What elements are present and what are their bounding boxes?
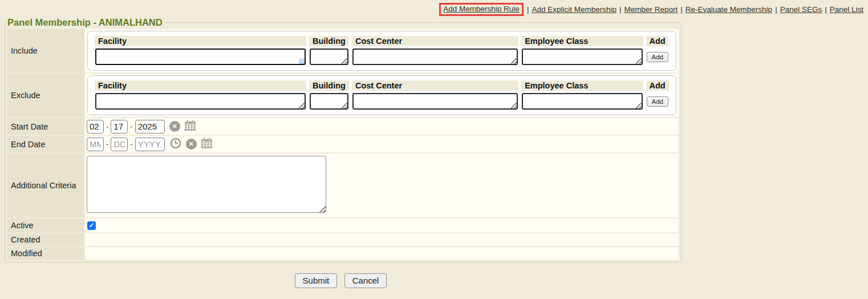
nav-separator: |	[825, 5, 827, 14]
active-checkbox[interactable]: ✓	[87, 221, 96, 230]
include-employee-class-input[interactable]	[522, 49, 642, 65]
exclude-employee-class-input[interactable]	[522, 93, 642, 110]
include-input-row: Add	[95, 48, 669, 66]
exclude-rule-box: Facility Building Cost Center Employee C…	[87, 75, 676, 115]
nav-separator: |	[775, 5, 777, 14]
nav-highlight-box: Add Membership Rule	[439, 3, 524, 16]
nav-separator: |	[680, 5, 683, 14]
active-row: Active ✓	[7, 219, 679, 232]
nav-link-member-report[interactable]: Member Report	[624, 5, 678, 14]
nav-separator: |	[527, 5, 529, 14]
include-rule-box: Facility Building Cost Center Employee C…	[87, 31, 676, 71]
start-date-label: Start Date	[7, 118, 84, 135]
building-column-header: Building	[309, 80, 349, 91]
created-row: Created	[7, 233, 679, 246]
employee-class-column-header: Employee Class	[521, 80, 643, 91]
top-nav: Add Membership Rule | Add Explicit Membe…	[0, 0, 868, 17]
end-date-year-input[interactable]	[135, 138, 165, 151]
exclude-label: Exclude	[7, 74, 84, 117]
start-date-clear-icon[interactable]: ✕	[169, 121, 180, 132]
include-label: Include	[7, 29, 84, 72]
include-row: Include Facility Building Cost Center Em…	[7, 29, 679, 72]
modified-value	[85, 247, 679, 260]
end-date-clear-icon[interactable]: ✕	[186, 139, 197, 150]
additional-criteria-row: Additional Criteria	[7, 153, 679, 217]
end-date-label: End Date	[7, 136, 84, 152]
end-date-clock-icon[interactable]	[170, 138, 181, 151]
modified-label: Modified	[7, 247, 84, 260]
active-label: Active	[7, 219, 84, 232]
modified-row: Modified	[7, 247, 679, 260]
submit-button[interactable]: Submit	[295, 273, 338, 288]
panel-membership-fieldset: Panel Membership - ANIMALHAND Include Fa…	[5, 17, 682, 262]
date-dash: -	[130, 140, 132, 148]
created-value	[85, 233, 679, 246]
cancel-button[interactable]: Cancel	[344, 273, 387, 288]
date-dash: -	[106, 122, 108, 131]
exclude-header-row: Facility Building Cost Center Employee C…	[95, 80, 669, 91]
end-date-month-input[interactable]	[87, 138, 104, 151]
facility-column-header: Facility	[95, 36, 306, 46]
employee-class-column-header: Employee Class	[521, 36, 643, 46]
created-label: Created	[7, 233, 84, 246]
include-facility-input[interactable]	[95, 49, 306, 65]
end-date-row: End Date - - ✕	[7, 136, 679, 152]
nav-link-add-membership-rule[interactable]: Add Membership Rule	[443, 5, 520, 13]
add-column-header: Add	[646, 36, 669, 46]
include-building-input[interactable]	[310, 49, 348, 65]
page-title: Panel Membership - ANIMALHAND	[6, 17, 165, 28]
cost-center-column-header: Cost Center	[352, 80, 518, 91]
exclude-row: Exclude Facility Building Cost Center Em…	[7, 74, 679, 117]
start-date-month-input[interactable]	[87, 120, 104, 134]
include-cost-center-input[interactable]	[352, 49, 518, 65]
start-date-day-input[interactable]	[111, 120, 128, 134]
cost-center-column-header: Cost Center	[352, 36, 518, 46]
additional-criteria-textarea[interactable]	[87, 156, 326, 213]
facility-column-header: Facility	[95, 80, 306, 91]
exclude-input-row: Add	[95, 92, 669, 110]
exclude-building-input[interactable]	[310, 93, 348, 110]
exclude-add-button[interactable]: Add	[647, 96, 668, 107]
nav-link-panel-segs[interactable]: Panel SEGs	[780, 5, 822, 14]
nav-link-panel-list[interactable]: Panel List	[830, 5, 863, 14]
building-column-header: Building	[309, 36, 349, 46]
exclude-cost-center-input[interactable]	[352, 93, 518, 110]
nav-link-add-explicit-membership[interactable]: Add Explicit Membership	[532, 5, 616, 14]
end-date-calendar-icon[interactable]	[201, 137, 213, 151]
nav-link-re-evaluate-membership[interactable]: Re-Evaluate Membership	[686, 5, 772, 14]
start-date-year-input[interactable]	[135, 120, 165, 134]
start-date-row: Start Date - - ✕	[7, 118, 679, 135]
date-dash: -	[106, 140, 108, 148]
nav-separator: |	[619, 5, 622, 14]
additional-criteria-label: Additional Criteria	[7, 153, 84, 217]
date-dash: -	[130, 122, 132, 131]
exclude-facility-input[interactable]	[95, 93, 306, 110]
add-column-header: Add	[646, 80, 669, 91]
form-actions: Submit Cancel	[0, 273, 682, 288]
end-date-day-input[interactable]	[111, 138, 128, 151]
include-header-row: Facility Building Cost Center Employee C…	[95, 36, 669, 46]
include-add-button[interactable]: Add	[647, 52, 668, 62]
start-date-calendar-icon[interactable]	[184, 119, 196, 134]
